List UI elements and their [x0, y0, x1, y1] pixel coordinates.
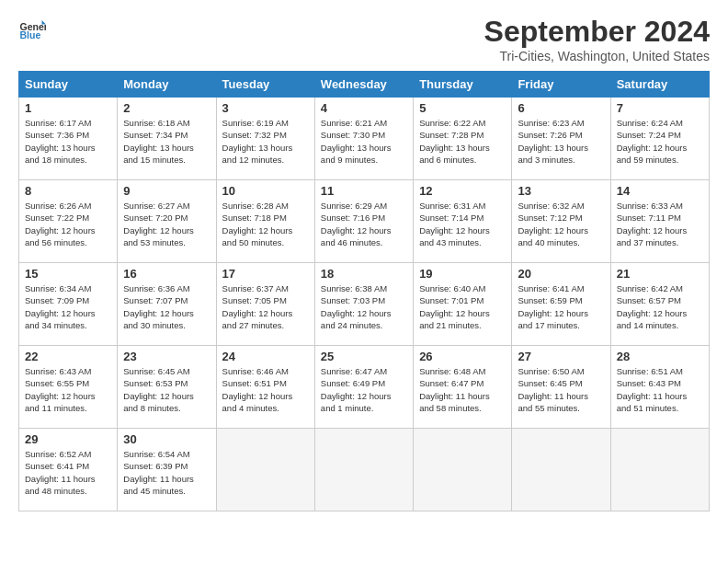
day-number: 14	[617, 184, 703, 198]
calendar-day-cell: 30 Sunrise: 6:54 AM Sunset: 6:39 PM Dayl…	[118, 429, 216, 511]
day-number: 13	[518, 184, 604, 198]
calendar-day-cell: 15 Sunrise: 6:34 AM Sunset: 7:09 PM Dayl…	[19, 263, 118, 346]
day-number: 21	[617, 267, 703, 281]
calendar-day-cell: 29 Sunrise: 6:52 AM Sunset: 6:41 PM Dayl…	[19, 429, 118, 511]
day-number: 25	[321, 350, 407, 363]
day-number: 11	[321, 184, 407, 198]
page-header: General Blue September 2024 Tri-Cities, …	[18, 15, 710, 63]
calendar-day-cell: 28 Sunrise: 6:51 AM Sunset: 6:43 PM Dayl…	[610, 346, 709, 429]
day-info: Sunrise: 6:24 AM Sunset: 7:24 PM Dayligh…	[617, 117, 703, 166]
calendar-day-cell: 27 Sunrise: 6:50 AM Sunset: 6:45 PM Dayl…	[512, 346, 610, 429]
calendar-day-cell: 10 Sunrise: 6:28 AM Sunset: 7:18 PM Dayl…	[216, 180, 314, 263]
day-number: 15	[25, 267, 111, 281]
calendar-day-cell: 5 Sunrise: 6:22 AM Sunset: 7:28 PM Dayli…	[414, 98, 512, 180]
calendar-day-cell: 26 Sunrise: 6:48 AM Sunset: 6:47 PM Dayl…	[414, 346, 512, 429]
header-thursday: Thursday	[414, 72, 512, 98]
header-friday: Friday	[512, 72, 610, 98]
calendar-day-cell: 6 Sunrise: 6:23 AM Sunset: 7:26 PM Dayli…	[512, 98, 610, 180]
title-section: September 2024 Tri-Cities, Washington, U…	[484, 15, 710, 63]
calendar-day-cell	[216, 429, 314, 511]
day-number: 2	[123, 101, 210, 115]
calendar-day-cell: 25 Sunrise: 6:47 AM Sunset: 6:49 PM Dayl…	[314, 346, 413, 429]
calendar-day-cell: 14 Sunrise: 6:33 AM Sunset: 7:11 PM Dayl…	[610, 180, 709, 263]
day-info: Sunrise: 6:28 AM Sunset: 7:18 PM Dayligh…	[222, 200, 309, 248]
day-number: 23	[123, 350, 210, 363]
day-info: Sunrise: 6:38 AM Sunset: 7:03 PM Dayligh…	[321, 282, 407, 331]
calendar-day-cell	[414, 429, 512, 511]
day-info: Sunrise: 6:46 AM Sunset: 6:51 PM Dayligh…	[222, 365, 309, 414]
day-number: 26	[419, 350, 506, 363]
day-number: 4	[321, 101, 407, 115]
day-info: Sunrise: 6:40 AM Sunset: 7:01 PM Dayligh…	[419, 282, 506, 331]
day-number: 20	[518, 267, 604, 281]
calendar-day-cell: 19 Sunrise: 6:40 AM Sunset: 7:01 PM Dayl…	[414, 263, 512, 346]
calendar-day-cell: 9 Sunrise: 6:27 AM Sunset: 7:20 PM Dayli…	[118, 180, 216, 263]
day-info: Sunrise: 6:54 AM Sunset: 6:39 PM Dayligh…	[123, 448, 210, 497]
day-number: 7	[617, 101, 703, 115]
day-info: Sunrise: 6:29 AM Sunset: 7:16 PM Dayligh…	[321, 200, 407, 248]
day-number: 8	[25, 184, 111, 198]
day-number: 18	[321, 267, 407, 281]
day-info: Sunrise: 6:21 AM Sunset: 7:30 PM Dayligh…	[321, 117, 407, 166]
calendar-week-row: 29 Sunrise: 6:52 AM Sunset: 6:41 PM Dayl…	[19, 429, 710, 511]
day-info: Sunrise: 6:50 AM Sunset: 6:45 PM Dayligh…	[518, 365, 604, 414]
day-number: 3	[222, 101, 309, 115]
day-info: Sunrise: 6:18 AM Sunset: 7:34 PM Dayligh…	[123, 117, 210, 166]
day-info: Sunrise: 6:37 AM Sunset: 7:05 PM Dayligh…	[222, 282, 309, 331]
calendar-day-cell: 21 Sunrise: 6:42 AM Sunset: 6:57 PM Dayl…	[610, 263, 709, 346]
day-number: 24	[222, 350, 309, 363]
svg-text:Blue: Blue	[20, 29, 41, 40]
weekday-header-row: Sunday Monday Tuesday Wednesday Thursday…	[19, 72, 710, 98]
day-info: Sunrise: 6:19 AM Sunset: 7:32 PM Dayligh…	[222, 117, 309, 166]
logo-icon: General Blue	[18, 15, 46, 42]
day-number: 5	[419, 101, 506, 115]
day-info: Sunrise: 6:34 AM Sunset: 7:09 PM Dayligh…	[25, 282, 111, 331]
day-info: Sunrise: 6:45 AM Sunset: 6:53 PM Dayligh…	[123, 365, 210, 414]
location: Tri-Cities, Washington, United States	[484, 49, 710, 63]
calendar-day-cell: 23 Sunrise: 6:45 AM Sunset: 6:53 PM Dayl…	[118, 346, 216, 429]
day-info: Sunrise: 6:17 AM Sunset: 7:36 PM Dayligh…	[25, 117, 111, 166]
day-info: Sunrise: 6:41 AM Sunset: 6:59 PM Dayligh…	[518, 282, 604, 331]
day-number: 19	[419, 267, 506, 281]
calendar-table: Sunday Monday Tuesday Wednesday Thursday…	[18, 71, 710, 511]
calendar-body: 1 Sunrise: 6:17 AM Sunset: 7:36 PM Dayli…	[19, 98, 710, 511]
day-info: Sunrise: 6:52 AM Sunset: 6:41 PM Dayligh…	[25, 448, 111, 497]
calendar-day-cell: 13 Sunrise: 6:32 AM Sunset: 7:12 PM Dayl…	[512, 180, 610, 263]
day-number: 17	[222, 267, 309, 281]
header-tuesday: Tuesday	[216, 72, 314, 98]
calendar-day-cell	[610, 429, 709, 511]
day-info: Sunrise: 6:48 AM Sunset: 6:47 PM Dayligh…	[419, 365, 506, 414]
calendar-day-cell: 3 Sunrise: 6:19 AM Sunset: 7:32 PM Dayli…	[216, 98, 314, 180]
day-info: Sunrise: 6:51 AM Sunset: 6:43 PM Dayligh…	[617, 365, 703, 414]
day-info: Sunrise: 6:23 AM Sunset: 7:26 PM Dayligh…	[518, 117, 604, 166]
day-number: 10	[222, 184, 309, 198]
day-number: 12	[419, 184, 506, 198]
day-info: Sunrise: 6:26 AM Sunset: 7:22 PM Dayligh…	[25, 200, 111, 248]
calendar-day-cell: 20 Sunrise: 6:41 AM Sunset: 6:59 PM Dayl…	[512, 263, 610, 346]
calendar-day-cell: 4 Sunrise: 6:21 AM Sunset: 7:30 PM Dayli…	[314, 98, 413, 180]
calendar-day-cell: 8 Sunrise: 6:26 AM Sunset: 7:22 PM Dayli…	[19, 180, 118, 263]
day-number: 16	[123, 267, 210, 281]
calendar-day-cell: 11 Sunrise: 6:29 AM Sunset: 7:16 PM Dayl…	[314, 180, 413, 263]
day-info: Sunrise: 6:47 AM Sunset: 6:49 PM Dayligh…	[321, 365, 407, 414]
calendar-day-cell: 16 Sunrise: 6:36 AM Sunset: 7:07 PM Dayl…	[118, 263, 216, 346]
header-saturday: Saturday	[610, 72, 709, 98]
calendar-day-cell: 18 Sunrise: 6:38 AM Sunset: 7:03 PM Dayl…	[314, 263, 413, 346]
day-info: Sunrise: 6:27 AM Sunset: 7:20 PM Dayligh…	[123, 200, 210, 248]
day-info: Sunrise: 6:31 AM Sunset: 7:14 PM Dayligh…	[419, 200, 506, 248]
calendar-day-cell: 12 Sunrise: 6:31 AM Sunset: 7:14 PM Dayl…	[414, 180, 512, 263]
day-info: Sunrise: 6:43 AM Sunset: 6:55 PM Dayligh…	[25, 365, 111, 414]
calendar-day-cell: 1 Sunrise: 6:17 AM Sunset: 7:36 PM Dayli…	[19, 98, 118, 180]
calendar-day-cell: 22 Sunrise: 6:43 AM Sunset: 6:55 PM Dayl…	[19, 346, 118, 429]
day-info: Sunrise: 6:36 AM Sunset: 7:07 PM Dayligh…	[123, 282, 210, 331]
calendar-day-cell	[314, 429, 413, 511]
header-wednesday: Wednesday	[314, 72, 413, 98]
calendar-day-cell: 7 Sunrise: 6:24 AM Sunset: 7:24 PM Dayli…	[610, 98, 709, 180]
day-number: 27	[518, 350, 604, 363]
day-info: Sunrise: 6:33 AM Sunset: 7:11 PM Dayligh…	[617, 200, 703, 248]
day-number: 29	[25, 432, 111, 446]
calendar-day-cell: 2 Sunrise: 6:18 AM Sunset: 7:34 PM Dayli…	[118, 98, 216, 180]
day-info: Sunrise: 6:22 AM Sunset: 7:28 PM Dayligh…	[419, 117, 506, 166]
calendar-week-row: 22 Sunrise: 6:43 AM Sunset: 6:55 PM Dayl…	[19, 346, 710, 429]
day-number: 6	[518, 101, 604, 115]
